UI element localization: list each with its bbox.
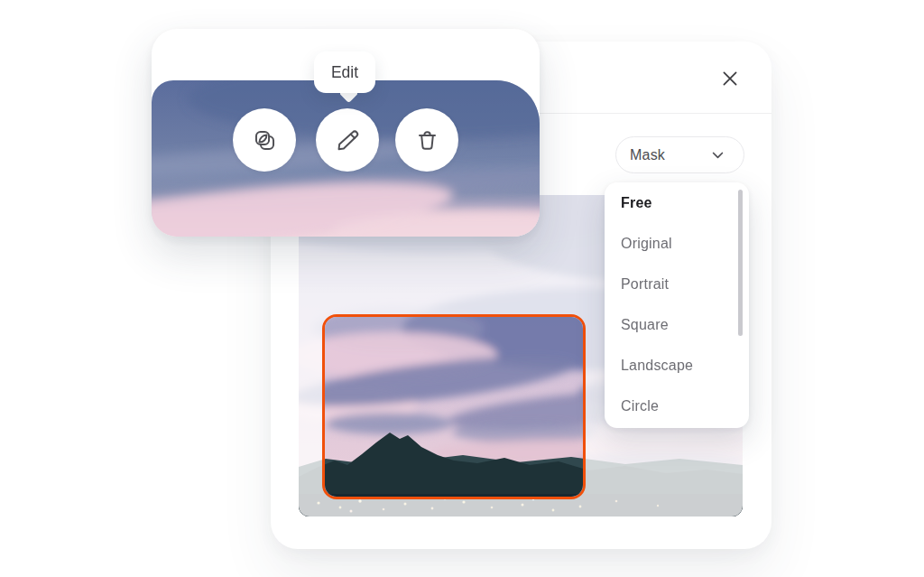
mask-option-square[interactable]: Square <box>605 304 749 345</box>
cropped-photo <box>322 314 586 499</box>
edit-tooltip: Edit <box>314 51 375 93</box>
mask-options-dropdown: Free Original Portrait Square Landscape … <box>605 182 749 428</box>
trash-icon <box>415 128 439 153</box>
mask-option-original[interactable]: Original <box>605 223 749 264</box>
mask-option-portrait[interactable]: Portrait <box>605 264 749 304</box>
page-background: Mask <box>0 0 924 577</box>
mask-dropdown-label: Mask <box>630 147 665 163</box>
dropdown-scrollbar[interactable] <box>738 190 743 336</box>
replace-image-button[interactable] <box>233 108 296 172</box>
replace-image-icon <box>253 128 277 153</box>
edit-tooltip-label: Edit <box>331 63 358 82</box>
mask-option-circle[interactable]: Circle <box>605 386 749 426</box>
close-button[interactable] <box>714 62 746 95</box>
image-edit-toolbar-card: Edit <box>152 29 540 237</box>
chevron-down-icon <box>712 152 724 159</box>
mask-option-landscape[interactable]: Landscape <box>605 345 749 386</box>
image-crop-selection[interactable] <box>322 314 586 499</box>
mask-option-free[interactable]: Free <box>605 182 749 223</box>
mask-dropdown-button[interactable]: Mask <box>615 136 744 173</box>
close-icon <box>721 70 739 88</box>
pencil-icon <box>336 128 360 153</box>
edit-button[interactable] <box>316 108 379 172</box>
delete-button[interactable] <box>395 108 458 172</box>
